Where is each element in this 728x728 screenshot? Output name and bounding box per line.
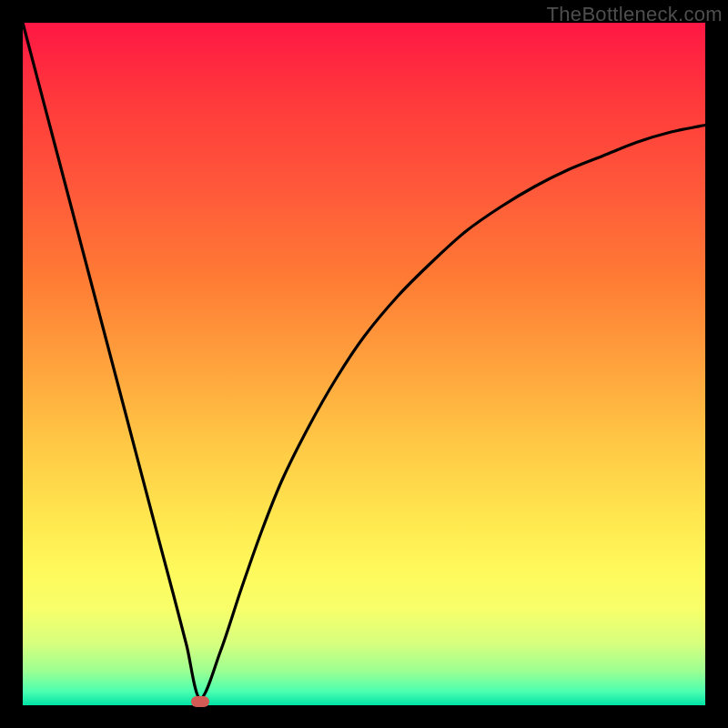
watermark-text: TheBottleneck.com (547, 3, 723, 26)
chart-frame: TheBottleneck.com (0, 0, 728, 728)
plot-area (23, 23, 705, 705)
minimum-marker (191, 696, 209, 707)
bottleneck-curve (23, 23, 705, 705)
